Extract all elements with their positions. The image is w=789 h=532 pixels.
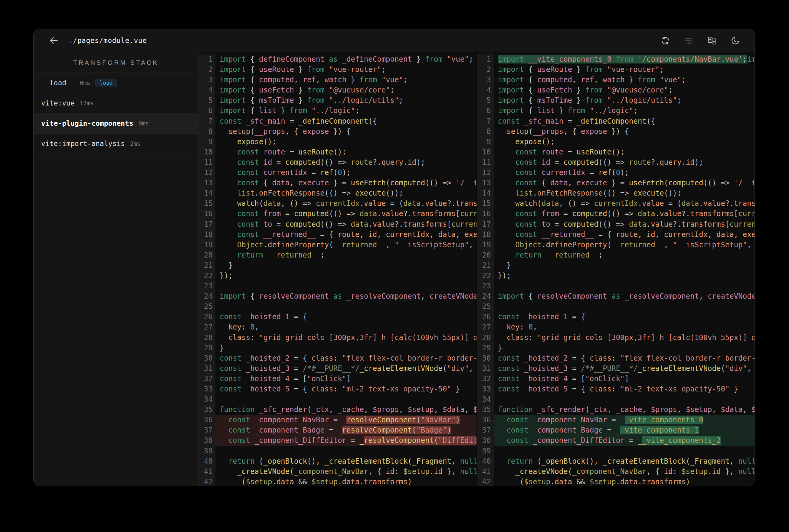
code-line: const { data, execute } = useFetch(compu… xyxy=(494,178,755,188)
code-token xyxy=(259,168,263,177)
code-token: . xyxy=(263,241,268,249)
sidebar-item--load-[interactable]: __load__0msload xyxy=(34,73,198,93)
code-token xyxy=(533,405,537,414)
code-token: $setup xyxy=(681,467,708,476)
code-token: { xyxy=(246,292,259,301)
line-number: 3 xyxy=(477,75,491,85)
code-token: from xyxy=(307,65,325,74)
sidebar-item-vite-import-analysis[interactable]: vite:import-analysis2ms xyxy=(34,134,198,154)
code-line: import { msToTime } from "../logic/utils… xyxy=(494,95,755,106)
code-token xyxy=(377,76,381,84)
transform-stack-list: __load__0msloadvite:vue17msvite-plugin-c… xyxy=(34,73,198,154)
code-token xyxy=(498,189,515,197)
line-number: 25 xyxy=(477,301,491,312)
code-token: ()); xyxy=(664,189,682,197)
code-token: , () => xyxy=(559,199,594,208)
code-token: _ctx xyxy=(311,405,329,414)
code-token: , xyxy=(464,405,473,414)
code-token xyxy=(537,148,542,156)
code-token xyxy=(520,354,524,362)
code-token: ?. xyxy=(681,209,690,218)
code-token: = xyxy=(625,436,638,445)
code-token: const xyxy=(515,168,537,177)
code-line: const _hoisted_2 = { class: "flex flex-c… xyxy=(215,353,476,363)
code-token: } xyxy=(572,65,585,74)
code-token: class xyxy=(311,354,333,362)
diff-view-button[interactable] xyxy=(707,36,717,45)
code-token: const xyxy=(515,220,537,229)
code-token: . xyxy=(542,241,546,249)
line-number: 24 xyxy=(477,291,491,301)
code-token: import xyxy=(220,107,246,115)
code-column-right: import __vite_components_0 from '/compon… xyxy=(494,54,755,486)
code-token: , xyxy=(329,405,337,414)
code-line: }); xyxy=(215,270,476,281)
code-token: = ( xyxy=(664,199,682,208)
code-token: "vue" xyxy=(447,55,469,63)
code-token: ] xyxy=(625,375,629,383)
code-token: _component_DiffEditor xyxy=(533,436,624,445)
code-line: Object.defineProperty(__returned__, "__i… xyxy=(215,240,476,250)
code-token: _hoisted_2 xyxy=(524,354,568,362)
code-token: function xyxy=(498,405,533,414)
refresh-button[interactable] xyxy=(661,36,670,45)
code-token: const xyxy=(498,117,520,126)
code-token: ; xyxy=(390,86,395,94)
code-line: expose(); xyxy=(494,137,755,147)
code-token: from xyxy=(360,76,377,84)
code-token: ; xyxy=(633,107,638,115)
code-token: currentIdx xyxy=(263,168,307,177)
code-token: : xyxy=(529,334,537,342)
code-token: $setup xyxy=(686,405,712,414)
code-token: , xyxy=(708,230,716,239)
code-token: list xyxy=(259,107,276,115)
code-token xyxy=(603,65,607,74)
file-path-title: ./pages/module.vue xyxy=(69,37,147,44)
code-token: { xyxy=(246,65,259,74)
line-number: 36 xyxy=(199,415,213,425)
code-token: ( xyxy=(307,405,311,414)
code-line: const { data, execute } = useFetch(compu… xyxy=(215,178,476,188)
code-token: , { xyxy=(646,467,664,476)
code-token: } xyxy=(294,86,307,94)
code-token: const xyxy=(498,354,520,362)
code-token: defineComponent xyxy=(259,55,325,63)
code-token: . xyxy=(272,478,276,486)
line-wrap-button[interactable] xyxy=(684,36,693,45)
code-token: } = xyxy=(329,179,351,187)
code-token: { xyxy=(537,179,550,187)
code-token xyxy=(220,220,237,229)
line-number: 39 xyxy=(477,446,491,456)
code-line: return __returned__; xyxy=(494,250,755,260)
sidebar-item-vite-vue[interactable]: vite:vue17ms xyxy=(34,93,198,113)
code-line: import { useFetch } from "@vueuse/core"; xyxy=(494,85,755,95)
code-line: return (_openBlock(), _createElementBloc… xyxy=(494,456,755,467)
code-token: ) xyxy=(407,478,412,486)
code-panel-left[interactable]: 1234567891011121314151617181920212223242… xyxy=(199,52,476,486)
code-token: , xyxy=(452,457,460,466)
line-number: 28 xyxy=(477,332,491,343)
code-panel-right[interactable]: 1234567891011121314151617181920212223242… xyxy=(476,52,755,486)
code-token: to xyxy=(263,220,272,229)
line-number: 6 xyxy=(477,106,491,116)
line-number: 42 xyxy=(199,477,213,486)
code-token: data xyxy=(554,478,572,486)
code-token: ; xyxy=(320,251,324,259)
code-token: "../logic" xyxy=(590,107,634,115)
sidebar-item-vite-plugin-components[interactable]: vite-plugin-components0ms xyxy=(34,113,198,134)
code-token: = xyxy=(563,117,576,126)
code-token: _component_DiffEditor xyxy=(255,436,346,445)
back-button[interactable] xyxy=(49,35,59,46)
code-line: import { list } from "../logic"; xyxy=(494,106,755,116)
code-token: , { xyxy=(469,241,476,249)
dark-mode-button[interactable] xyxy=(731,36,740,45)
code-line: function _sfc_render(_ctx, _cache, $prop… xyxy=(215,404,476,415)
code-token xyxy=(498,323,507,331)
code-line: const from = computed(() => data.value?.… xyxy=(215,209,476,219)
code-token: id xyxy=(263,158,272,167)
code-token: = xyxy=(550,158,563,167)
code-line: const to = computed(() => data.value?.tr… xyxy=(215,219,476,229)
code-token: '/components/NavBar.vue' xyxy=(638,55,743,63)
code-token: [ xyxy=(456,209,460,218)
code-token: ( xyxy=(443,364,447,373)
